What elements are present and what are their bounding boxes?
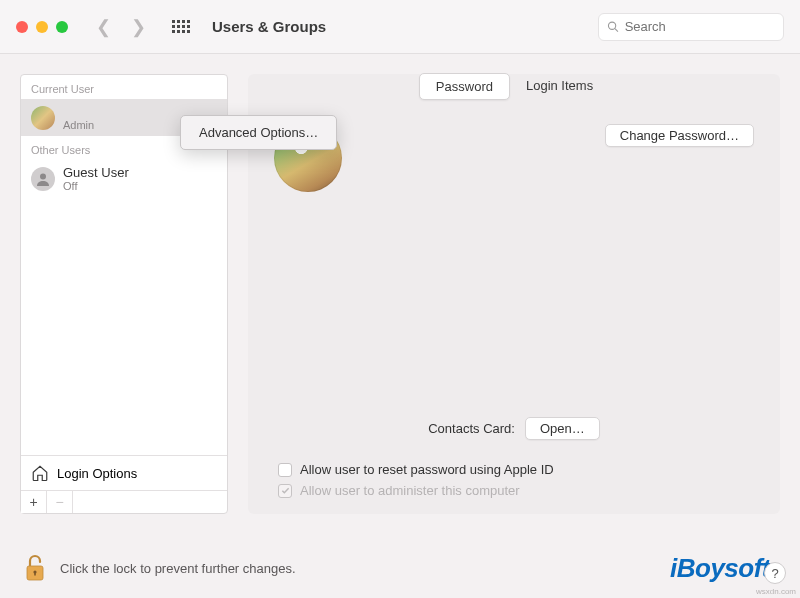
all-prefs-icon[interactable]: [172, 20, 190, 33]
home-icon: [31, 464, 49, 482]
window-controls: [16, 21, 68, 33]
help-button[interactable]: ?: [764, 562, 786, 584]
svg-line-1: [615, 29, 618, 32]
brand-logo: iBoysoft: [670, 553, 770, 584]
open-contacts-button[interactable]: Open…: [525, 417, 600, 440]
allow-admin-checkbox: [278, 484, 292, 498]
close-icon[interactable]: [16, 21, 28, 33]
window-title: Users & Groups: [212, 18, 598, 35]
search-field[interactable]: [598, 13, 784, 41]
avatar-icon: [31, 106, 55, 130]
guest-user-sub: Off: [63, 180, 129, 192]
tab-login-items[interactable]: Login Items: [510, 73, 609, 100]
check-icon: [281, 486, 290, 495]
guest-user-name: Guest User: [63, 165, 129, 180]
titlebar: ❮ ❯ Users & Groups: [0, 0, 800, 54]
tabs: Password Login Items: [248, 73, 780, 100]
search-input[interactable]: [625, 19, 775, 34]
remove-user-button: −: [47, 491, 73, 513]
users-sidebar: Current User i Admin Other Users Guest U…: [20, 74, 228, 514]
login-options-row[interactable]: Login Options: [21, 455, 227, 490]
contacts-card-label: Contacts Card:: [428, 421, 515, 436]
guest-avatar-icon: [31, 167, 55, 191]
allow-admin-label: Allow user to administer this computer: [300, 483, 520, 498]
allow-admin-row: Allow user to administer this computer: [248, 479, 780, 500]
allow-reset-row[interactable]: Allow user to reset password using Apple…: [248, 458, 780, 479]
change-password-button[interactable]: Change Password…: [605, 124, 754, 147]
minimize-icon[interactable]: [36, 21, 48, 33]
add-user-button[interactable]: +: [21, 491, 47, 513]
svg-point-0: [608, 22, 615, 29]
context-menu: Advanced Options…: [180, 115, 337, 150]
nav-arrows: ❮ ❯: [96, 16, 146, 38]
add-remove-bar: + −: [21, 490, 227, 513]
svg-point-2: [40, 173, 46, 179]
fullscreen-icon[interactable]: [56, 21, 68, 33]
allow-reset-label: Allow user to reset password using Apple…: [300, 462, 554, 477]
user-role: Admin: [63, 119, 94, 131]
svg-rect-5: [34, 572, 36, 576]
bottom-bar: Click the lock to prevent further change…: [0, 538, 800, 598]
forward-icon[interactable]: ❯: [131, 16, 146, 38]
tab-password[interactable]: Password: [419, 73, 510, 100]
guest-user-row[interactable]: Guest User Off: [21, 160, 227, 197]
search-icon: [607, 20, 619, 33]
allow-reset-checkbox[interactable]: [278, 463, 292, 477]
current-user-label: Current User: [21, 75, 227, 99]
back-icon[interactable]: ❮: [96, 16, 111, 38]
advanced-options-item[interactable]: Advanced Options…: [185, 122, 332, 143]
lock-text: Click the lock to prevent further change…: [60, 561, 658, 576]
watermark: wsxdn.com: [756, 587, 796, 596]
login-options-label: Login Options: [57, 466, 137, 481]
contacts-card-row: Contacts Card: Open…: [248, 417, 780, 440]
lock-icon[interactable]: [22, 553, 48, 583]
